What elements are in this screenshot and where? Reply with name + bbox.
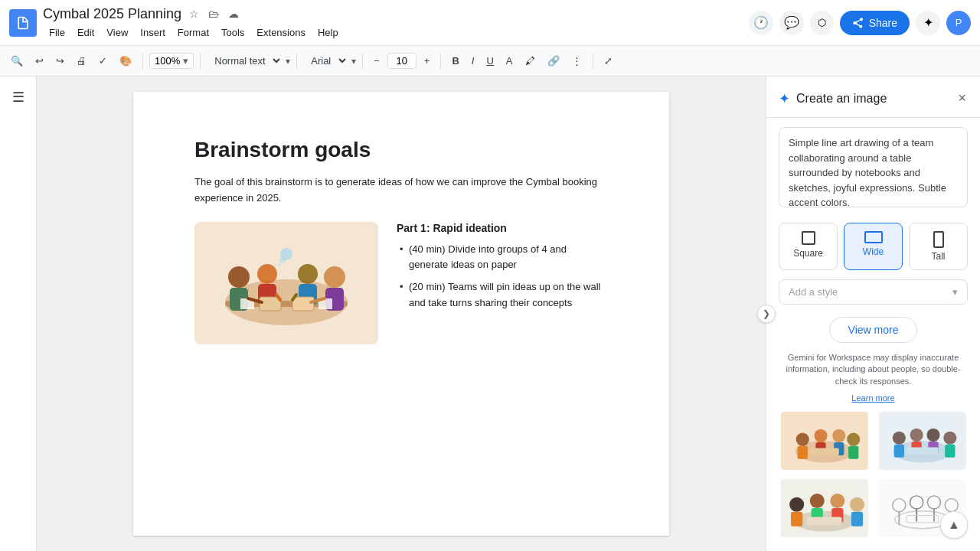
svg-point-26 <box>814 429 827 442</box>
separator-6 <box>593 54 593 69</box>
present-button[interactable]: ⬡ <box>810 11 834 35</box>
cloud-button[interactable]: ☁ <box>227 6 240 21</box>
svg-rect-31 <box>848 446 858 459</box>
right-panel: ✦ Create an image × Simple line art draw… <box>766 77 980 551</box>
svg-point-30 <box>847 433 860 446</box>
zoom-control[interactable]: 100% ▾ <box>149 53 194 69</box>
shape-wide-label: Wide <box>863 246 884 257</box>
font-size-decrease[interactable]: − <box>369 52 384 70</box>
shape-square[interactable]: Square <box>779 223 838 270</box>
gemini-icon: ✦ <box>779 90 790 107</box>
svg-point-28 <box>832 429 845 442</box>
spellcheck-button[interactable]: ✓ <box>94 52 112 70</box>
svg-point-3 <box>228 266 250 288</box>
scroll-up-button[interactable]: ▲ <box>940 511 968 539</box>
panel-collapse-button[interactable]: ❯ <box>757 305 776 323</box>
image-thumb-1[interactable] <box>779 410 871 471</box>
share-button[interactable]: Share <box>840 11 910 35</box>
document-text-section: Part 1: Rapid ideation (40 min) Divide i… <box>397 222 608 318</box>
image-thumb-2[interactable] <box>877 410 969 471</box>
text-color-button[interactable]: A <box>501 52 518 70</box>
search-button[interactable]: 🔍 <box>6 52 28 70</box>
font-size-control[interactable] <box>387 53 416 69</box>
view-more-button[interactable]: View more <box>829 317 918 343</box>
menu-bar: File Edit View Insert Format Tools Exten… <box>43 25 345 40</box>
font-size-input[interactable] <box>391 55 413 67</box>
style-label: Add a style <box>789 286 838 298</box>
menu-view[interactable]: View <box>100 25 134 40</box>
svg-rect-47 <box>791 512 802 527</box>
star-button[interactable]: ☆ <box>188 6 201 21</box>
svg-point-50 <box>830 494 844 508</box>
menu-insert[interactable]: Insert <box>134 25 172 40</box>
more-options-button[interactable]: ⋮ <box>567 52 586 70</box>
font-size-increase[interactable]: + <box>420 52 435 70</box>
shape-selector: Square Wide Tall <box>766 217 980 276</box>
menu-edit[interactable]: Edit <box>71 25 100 40</box>
square-shape-icon <box>802 231 815 245</box>
highlight-button[interactable]: 🖍 <box>521 52 540 70</box>
spark-button[interactable]: ✦ <box>916 11 940 35</box>
shape-tall[interactable]: Tall <box>909 223 968 270</box>
shape-square-label: Square <box>793 248 823 259</box>
svg-point-41 <box>943 432 956 445</box>
toolbar: 🔍 ↩ ↪ 🖨 ✓ 🎨 100% ▾ Normal text ▾ Arial ▾… <box>0 46 980 77</box>
title-bar: Cymbal 2025 Planning ☆ 🗁 ☁ File Edit Vie… <box>0 0 980 46</box>
link-button[interactable]: 🔗 <box>543 52 564 70</box>
document-title: Brainstorm goals <box>194 138 608 162</box>
undo-button[interactable]: ↩ <box>31 52 48 70</box>
bold-button[interactable]: B <box>447 52 463 70</box>
prompt-text[interactable]: Simple line art drawing of a team collab… <box>779 127 968 207</box>
document-content-section: Part 1: Rapid ideation (40 min) Divide i… <box>194 222 608 344</box>
comments-button[interactable]: 💬 <box>779 11 804 35</box>
folder-button[interactable]: 🗁 <box>207 6 220 21</box>
italic-button[interactable]: I <box>467 52 479 70</box>
menu-file[interactable]: File <box>43 25 71 40</box>
svg-point-39 <box>926 429 939 442</box>
style-select[interactable]: Add a style ▾ <box>779 279 968 305</box>
tall-shape-icon <box>933 231 944 248</box>
menu-format[interactable]: Format <box>172 25 215 40</box>
disclaimer-text: Gemini for Workspace may display inaccur… <box>766 352 980 393</box>
svg-point-48 <box>810 494 825 508</box>
paragraph-style-select[interactable]: Normal text <box>207 51 283 70</box>
paint-format-button[interactable]: 🎨 <box>115 52 136 70</box>
print-button[interactable]: 🖨 <box>72 52 91 70</box>
svg-point-37 <box>910 429 923 442</box>
menu-extensions[interactable]: Extensions <box>250 25 312 40</box>
title-section: Cymbal 2025 Planning ☆ 🗁 ☁ File Edit Vie… <box>43 6 345 40</box>
panel-title: ✦ Create an image <box>779 90 887 107</box>
outline-button[interactable]: ☰ <box>8 86 29 109</box>
font-select[interactable]: Arial <box>303 51 348 70</box>
svg-rect-54 <box>807 517 842 525</box>
svg-rect-32 <box>810 448 839 456</box>
expand-button[interactable]: ⤢ <box>599 52 617 70</box>
separator-3 <box>296 54 297 69</box>
history-button[interactable]: 🕐 <box>749 11 773 35</box>
main-area: ☰ Brainstorm goals The goal of this brai… <box>0 77 980 551</box>
avatar[interactable]: P <box>946 11 971 35</box>
image-thumb-3[interactable] <box>779 478 871 539</box>
svg-point-52 <box>850 497 864 512</box>
chevron-down-icon: ▾ <box>952 286 958 298</box>
svg-point-7 <box>298 264 318 284</box>
part-title: Part 1: Rapid ideation <box>397 222 608 234</box>
redo-button[interactable]: ↪ <box>51 52 69 70</box>
document-image[interactable] <box>194 222 378 344</box>
underline-button[interactable]: U <box>482 52 498 70</box>
separator-5 <box>440 54 441 69</box>
learn-more-link[interactable]: Learn more <box>766 393 980 403</box>
bullet-item-2: (20 min) Teams will pin ideas up on the … <box>397 279 608 311</box>
menu-tools[interactable]: Tools <box>215 25 250 40</box>
bullet-item-1: (40 min) Divide into groups of 4 and gen… <box>397 242 608 274</box>
menu-help[interactable]: Help <box>312 25 345 40</box>
wide-shape-icon <box>864 231 883 243</box>
document-page: Brainstorm goals The goal of this brains… <box>133 92 669 536</box>
shape-wide[interactable]: Wide <box>844 223 903 270</box>
svg-point-17 <box>278 263 281 266</box>
title-right: 🕐 💬 ⬡ Share ✦ P <box>749 11 971 35</box>
panel-close-button[interactable]: × <box>956 89 968 108</box>
doc-icon <box>9 9 37 37</box>
svg-rect-43 <box>906 448 938 455</box>
separator-4 <box>362 54 363 69</box>
